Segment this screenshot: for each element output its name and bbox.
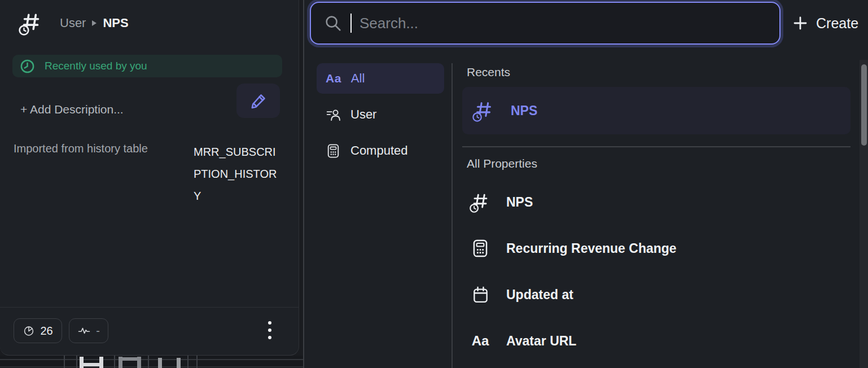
create-button[interactable]: Create <box>793 0 858 46</box>
card-footer: 26 - <box>0 307 299 355</box>
pie-chart-icon <box>23 325 35 337</box>
property-detail-card: User NPS Recently used by you + Add Desc… <box>0 0 299 356</box>
all-properties-header: All Properties <box>467 157 537 170</box>
filter-tab-all[interactable]: Aa All <box>317 63 444 94</box>
edit-description-button[interactable] <box>236 84 280 118</box>
recents-header: Recents <box>467 65 510 79</box>
recently-used-label: Recently used by you <box>45 60 147 72</box>
property-item-label: NPS <box>506 195 533 210</box>
recently-used-badge: Recently used by you <box>12 55 282 77</box>
search-icon <box>323 14 343 33</box>
user-list-icon <box>326 107 341 122</box>
distribution-count-button[interactable]: 26 <box>14 318 62 343</box>
property-item-updated-at[interactable]: Updated at <box>462 278 851 312</box>
search-input[interactable]: Search... <box>310 2 781 45</box>
property-item-label: Updated at <box>506 287 573 303</box>
activity-icon <box>77 325 91 336</box>
filter-label: All <box>351 71 365 86</box>
breadcrumb-current: NPS <box>103 16 128 30</box>
number-history-icon <box>471 99 496 122</box>
property-item-label: Avatar URL <box>506 334 576 349</box>
imported-from-label: Imported from history table <box>14 142 148 155</box>
count-value: 26 <box>40 325 52 338</box>
number-history-icon <box>18 10 44 36</box>
screen: User NPS Recently used by you + Add Desc… <box>0 0 868 368</box>
plus-icon <box>793 16 808 30</box>
property-item-label: Recurring Revenue Change <box>506 241 677 256</box>
background-page-fragment <box>0 356 303 368</box>
filter-tab-user[interactable]: User <box>317 99 444 130</box>
text-caret <box>350 14 352 33</box>
breadcrumb-separator-icon <box>92 20 97 26</box>
property-item-nps[interactable]: NPS <box>462 185 851 219</box>
scrollbar-track[interactable] <box>860 60 868 368</box>
create-label: Create <box>816 15 858 32</box>
calculator-icon <box>468 239 493 258</box>
kebab-icon <box>268 321 271 325</box>
results-divider <box>462 146 851 147</box>
text-type-icon: Aa <box>468 333 493 349</box>
search-placeholder: Search... <box>360 15 418 32</box>
search-overlay: Search... Create Aa All <box>304 0 868 368</box>
calculator-icon <box>326 143 341 159</box>
recent-item-nps[interactable]: NPS <box>462 87 851 134</box>
breadcrumb-parent[interactable]: User <box>60 16 86 30</box>
property-item-avatar-url[interactable]: Aa Avatar URL <box>462 324 851 358</box>
filter-tab-computed[interactable]: Computed <box>317 135 444 166</box>
filter-column: Aa All User <box>317 63 444 172</box>
scrollbar-thumb[interactable] <box>861 64 867 146</box>
number-history-icon <box>468 191 493 213</box>
trend-button[interactable]: - <box>69 318 108 343</box>
filter-label: User <box>350 107 376 122</box>
calendar-icon <box>468 286 493 304</box>
add-description-button[interactable]: + Add Description... <box>20 103 124 116</box>
clock-icon <box>20 59 35 74</box>
trend-value: - <box>96 325 100 338</box>
filter-label: Computed <box>350 143 408 158</box>
column-divider <box>451 63 453 368</box>
breadcrumb: User NPS <box>60 16 129 30</box>
recent-item-label: NPS <box>511 103 537 119</box>
text-type-icon: Aa <box>326 72 341 85</box>
imported-from-value: MRR_SUBSCRIPTION_HISTORY <box>194 141 283 207</box>
pencil-icon <box>249 92 268 110</box>
more-options-button[interactable] <box>261 316 279 345</box>
property-item-recurring-revenue-change[interactable]: Recurring Revenue Change <box>462 231 851 265</box>
